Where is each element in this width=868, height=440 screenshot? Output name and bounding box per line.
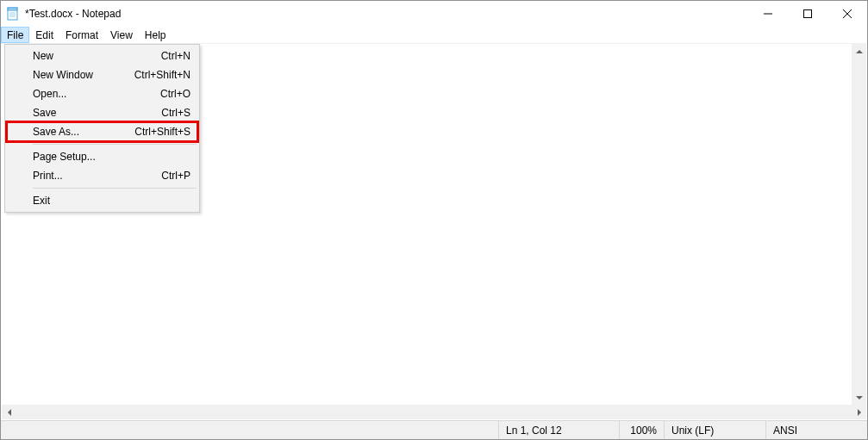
menu-item-new-window[interactable]: New Window Ctrl+Shift+N xyxy=(7,65,197,84)
minimize-button[interactable] xyxy=(748,1,788,27)
menu-item-label: Save xyxy=(33,107,161,119)
window-controls xyxy=(748,1,867,27)
menu-item-shortcut: Ctrl+O xyxy=(160,88,190,100)
menu-file[interactable]: File xyxy=(1,27,29,43)
status-bar: Ln 1, Col 12 100% Unix (LF) ANSI xyxy=(1,420,867,439)
scroll-right-button[interactable] xyxy=(852,405,866,419)
menu-help[interactable]: Help xyxy=(139,27,172,43)
scroll-left-button[interactable] xyxy=(2,405,16,419)
menu-item-save[interactable]: Save Ctrl+S xyxy=(7,103,197,122)
horizontal-scrollbar[interactable] xyxy=(2,405,866,419)
maximize-button[interactable] xyxy=(788,1,827,27)
close-button[interactable] xyxy=(827,1,867,27)
menu-item-label: New xyxy=(33,50,161,62)
scroll-up-button[interactable] xyxy=(852,44,866,59)
window-title: *Test.docx - Notepad xyxy=(25,8,748,20)
menu-item-shortcut: Ctrl+P xyxy=(161,170,190,182)
menu-item-save-as[interactable]: Save As... Ctrl+Shift+S xyxy=(7,122,197,141)
menu-bar: File Edit Format View Help xyxy=(1,27,867,44)
menu-item-new[interactable]: New Ctrl+N xyxy=(7,46,197,65)
vertical-scrollbar[interactable] xyxy=(852,44,866,405)
menu-item-label: Print... xyxy=(33,170,161,182)
menu-item-label: Save As... xyxy=(33,126,134,138)
file-menu-dropdown: New Ctrl+N New Window Ctrl+Shift+N Open.… xyxy=(4,44,200,213)
menu-item-shortcut: Ctrl+Shift+S xyxy=(134,126,190,138)
menu-item-label: Exit xyxy=(33,195,190,207)
menu-item-label: New Window xyxy=(33,69,134,81)
status-position: Ln 1, Col 12 xyxy=(498,421,619,439)
menu-item-open[interactable]: Open... Ctrl+O xyxy=(7,84,197,103)
menu-item-print[interactable]: Print... Ctrl+P xyxy=(7,166,197,185)
menu-separator xyxy=(33,188,197,189)
menu-item-label: Page Setup... xyxy=(33,151,190,163)
menu-item-exit[interactable]: Exit xyxy=(7,191,197,210)
menu-view[interactable]: View xyxy=(104,27,139,43)
notepad-icon xyxy=(6,7,20,21)
menu-edit[interactable]: Edit xyxy=(29,27,59,43)
status-encoding: ANSI xyxy=(765,421,867,439)
scroll-down-button[interactable] xyxy=(852,390,866,405)
svg-rect-6 xyxy=(804,10,812,18)
menu-separator xyxy=(33,144,197,145)
status-line-ending: Unix (LF) xyxy=(664,421,765,439)
menu-item-shortcut: Ctrl+N xyxy=(161,50,190,62)
svg-rect-1 xyxy=(8,8,17,10)
menu-item-label: Open... xyxy=(33,88,160,100)
menu-format[interactable]: Format xyxy=(59,27,104,43)
menu-item-shortcut: Ctrl+Shift+N xyxy=(134,69,190,81)
status-zoom: 100% xyxy=(619,421,664,439)
menu-item-page-setup[interactable]: Page Setup... xyxy=(7,147,197,166)
title-bar: *Test.docx - Notepad xyxy=(1,1,867,27)
menu-item-shortcut: Ctrl+S xyxy=(161,107,190,119)
